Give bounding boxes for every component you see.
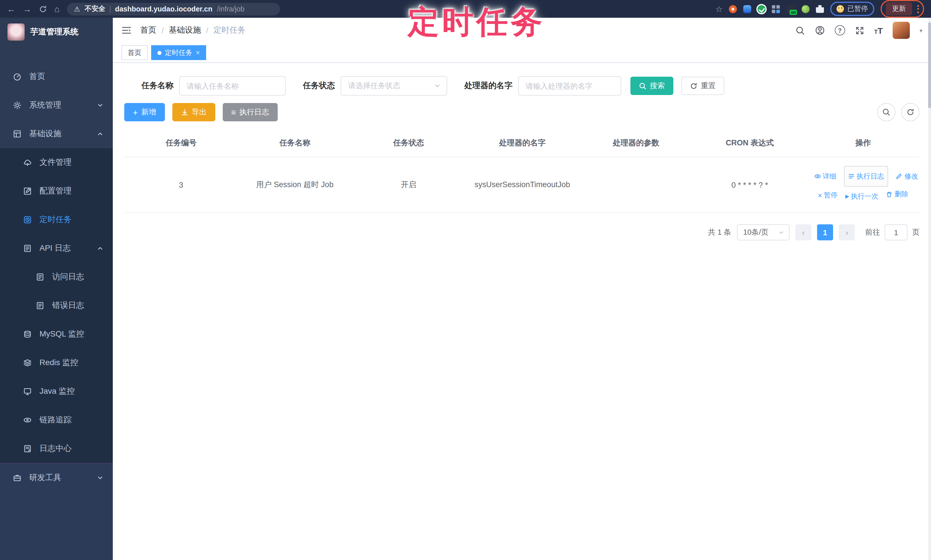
breadcrumb: 首页 / 基础设施 / 定时任务 <box>140 25 246 35</box>
next-page-button[interactable]: › <box>839 225 855 241</box>
sidebar-item-scheduled-job[interactable]: 定时任务 <box>0 205 113 234</box>
extension-on-badge: on <box>790 9 797 15</box>
monitor-icon <box>23 387 32 396</box>
goto-page: 前往 页 <box>865 225 920 241</box>
sidebar-item-file-manage[interactable]: 文件管理 <box>0 148 113 177</box>
search-button[interactable]: 搜索 <box>630 77 674 95</box>
sidebar-item-system[interactable]: 系统管理 <box>0 91 113 120</box>
pencil-icon <box>896 173 903 180</box>
job-name-input[interactable] <box>179 76 286 95</box>
sidebar-item-config-manage[interactable]: 配置管理 <box>0 177 113 205</box>
download-icon <box>181 108 188 116</box>
extension-leaf-icon[interactable] <box>802 5 809 13</box>
action-detail[interactable]: 详细 <box>814 169 837 184</box>
address-bar[interactable]: ⚠ 不安全 dashboard.yudao.iocoder.cn/infra/j… <box>67 3 280 15</box>
sidebar-item-log-center[interactable]: 日志中心 <box>0 434 113 463</box>
browser-extensions-area: ☆ on 已暂停 更新 <box>715 0 924 18</box>
page-number-1[interactable]: 1 <box>817 225 833 241</box>
sidebar-item-label: 链路追踪 <box>40 415 72 425</box>
extension-check-icon[interactable] <box>757 5 766 13</box>
search-icon <box>639 82 646 89</box>
hamburger-icon[interactable] <box>122 26 132 35</box>
tampermonkey-paused-pill[interactable]: 已暂停 <box>830 2 874 16</box>
github-icon[interactable] <box>814 25 825 35</box>
breadcrumb-infra[interactable]: 基础设施 <box>169 25 201 35</box>
reload-icon[interactable] <box>39 5 47 13</box>
help-icon[interactable]: ? <box>834 25 845 35</box>
avatar-caret-icon[interactable]: ▾ <box>920 27 922 34</box>
refresh-table-button[interactable] <box>901 103 920 122</box>
extension-orange-icon[interactable] <box>729 5 737 13</box>
bookmark-star-icon[interactable]: ☆ <box>715 4 723 14</box>
exec-log-button[interactable]: ≡ 执行日志 <box>223 103 278 122</box>
chrome-update-button[interactable]: 更新 <box>886 2 912 15</box>
breadcrumb-home[interactable]: 首页 <box>140 25 156 35</box>
chevron-up-icon <box>97 245 104 252</box>
edit-square-icon <box>23 186 32 196</box>
sidebar-item-label: 系统管理 <box>29 100 61 111</box>
sidebar-item-java-monitor[interactable]: Java 监控 <box>0 377 113 406</box>
cell-handler-name: sysUserSessionTimeoutJob <box>466 157 579 213</box>
sidebar-item-error-log[interactable]: 错误日志 <box>0 291 113 320</box>
sidebar-item-api-log[interactable]: API 日志 <box>0 234 113 263</box>
sidebar-item-infra[interactable]: 基础设施 <box>0 120 113 148</box>
sidebar-item-label: API 日志 <box>40 243 71 254</box>
extension-grid-icon[interactable] <box>772 5 780 13</box>
tab-home[interactable]: 首页 <box>122 45 148 60</box>
search-icon[interactable] <box>795 25 805 35</box>
action-edit[interactable]: 修改 <box>896 169 918 184</box>
sidebar-item-label: Java 监控 <box>40 386 75 397</box>
reset-button[interactable]: 重置 <box>681 77 724 95</box>
sidebar-item-label: 首页 <box>29 72 45 82</box>
sidebar-item-label: 配置管理 <box>40 186 72 196</box>
action-exec-log[interactable]: 执行日志 <box>844 166 888 187</box>
extensions-puzzle-icon[interactable] <box>816 5 824 13</box>
sidebar-item-devtools[interactable]: 研发工具 <box>0 463 113 492</box>
reset-button-label: 重置 <box>701 81 716 91</box>
export-button[interactable]: 导出 <box>172 103 215 122</box>
toolbar-right <box>877 103 920 122</box>
back-icon[interactable]: ← <box>7 5 15 13</box>
sidebar-item-home[interactable]: 首页 <box>0 62 113 91</box>
emoji-face-icon <box>837 5 844 12</box>
search-button-label: 搜索 <box>650 81 665 91</box>
handler-name-label: 处理器的名字 <box>464 81 512 91</box>
goto-page-input[interactable] <box>885 225 908 241</box>
handler-name-input[interactable] <box>518 76 621 95</box>
forward-icon[interactable]: → <box>23 5 31 13</box>
app-logo-avatar <box>8 23 25 41</box>
sidebar-item-mysql-monitor[interactable]: MySQL 监控 <box>0 320 113 349</box>
col-handler-name: 处理器的名字 <box>466 129 579 157</box>
close-icon[interactable]: × <box>196 49 200 56</box>
font-size-icon[interactable]: TT <box>874 25 883 35</box>
fullscreen-icon[interactable] <box>855 25 864 35</box>
action-pause[interactable]: × 暂停 <box>818 188 838 203</box>
browser-menu-icon[interactable] <box>917 5 919 13</box>
action-run-once[interactable]: ▶ 执行一次 <box>845 189 878 204</box>
sidebar-logo-row[interactable]: 芋道管理系统 <box>0 18 113 46</box>
page-size-value: 10条/页 <box>743 228 768 238</box>
sidebar-item-trace[interactable]: 链路追踪 <box>0 406 113 434</box>
sidebar-item-redis-monitor[interactable]: Redis 监控 <box>0 349 113 377</box>
refresh-icon <box>906 108 914 116</box>
list-icon <box>848 173 855 180</box>
pagination: 共 1 条 10条/页 ‹ 1 › 前往 页 <box>124 225 920 241</box>
app-frame: 芋道管理系统 首页 系统管理 基础设施 <box>0 18 931 560</box>
scrollbar-thumb[interactable] <box>928 22 931 108</box>
user-avatar[interactable] <box>892 22 910 39</box>
sidebar-item-access-log[interactable]: 访问日志 <box>0 263 113 291</box>
sidebar-item-label: 文件管理 <box>40 157 72 168</box>
add-button[interactable]: + 新增 <box>124 103 165 122</box>
window-scrollbar[interactable] <box>928 18 931 560</box>
toggle-search-button[interactable] <box>877 103 896 122</box>
page-size-select[interactable]: 10条/页 <box>737 225 789 241</box>
page-content: 任务名称 任务状态 请选择任务状态 处理器的名字 搜索 <box>113 63 931 560</box>
cell-job-status: 开启 <box>352 157 466 213</box>
tab-scheduled-job[interactable]: 定时任务 × <box>151 45 206 60</box>
action-delete[interactable]: 删除 <box>886 187 908 202</box>
extension-switch-icon[interactable]: on <box>786 5 795 13</box>
extension-blue-icon[interactable] <box>743 5 751 13</box>
job-status-select[interactable]: 请选择任务状态 <box>341 76 447 95</box>
home-icon[interactable]: ⌂ <box>54 5 60 13</box>
prev-page-button[interactable]: ‹ <box>795 225 811 241</box>
